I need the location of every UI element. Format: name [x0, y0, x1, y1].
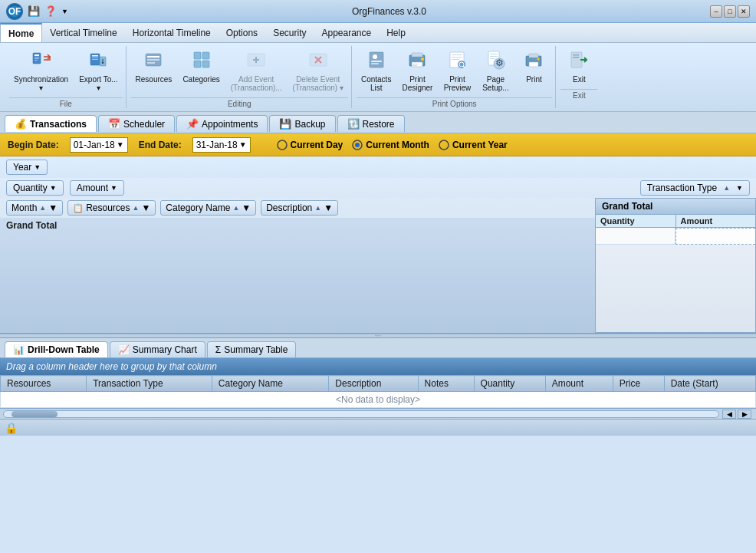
- menu-home[interactable]: Home: [0, 23, 42, 42]
- tab-backup[interactable]: 💾 Backup: [269, 115, 335, 132]
- description-sort-icon: ▲: [314, 204, 321, 212]
- synchronization-button[interactable]: Synchronization▾: [9, 46, 73, 95]
- svg-text:OF: OF: [8, 6, 21, 17]
- begin-date-input[interactable]: 01-Jan-18 ▼: [70, 137, 128, 153]
- summary-amount-cell: [675, 228, 755, 245]
- quick-access-undo[interactable]: 💾: [28, 5, 40, 17]
- export-to-button[interactable]: Export To...▾: [74, 46, 122, 95]
- horizontal-scrollbar[interactable]: ◀ ▶: [0, 408, 756, 419]
- svg-rect-30: [371, 61, 382, 62]
- amount-filter-button[interactable]: Amount ▼: [70, 180, 124, 196]
- resources-column-label: Resources: [86, 202, 130, 213]
- page-setup-button[interactable]: ⚙ PageSetup...: [477, 46, 514, 95]
- resources-column-header[interactable]: 📋 Resources ▲ ▼: [67, 200, 156, 216]
- month-column-header[interactable]: Month ▲ ▼: [6, 200, 63, 216]
- col-header-price[interactable]: Price: [613, 376, 664, 392]
- tab-appointments[interactable]: 📌 Appointments: [176, 115, 268, 132]
- quick-access-help[interactable]: ❓: [44, 5, 57, 17]
- col-header-resources[interactable]: Resources: [1, 376, 87, 392]
- category-name-column-header[interactable]: Category Name ▲ ▼: [160, 200, 256, 216]
- col-header-transaction-type[interactable]: Transaction Type: [87, 376, 212, 392]
- categories-icon: [191, 49, 212, 74]
- print-label: Print: [526, 75, 542, 84]
- restore-tab-icon: 🔃: [347, 118, 360, 130]
- exit-icon: [568, 49, 590, 74]
- nav-tabs: 💰 Transactions 📅 Scheduler 📌 Appointment…: [0, 112, 756, 133]
- grand-total-panel-label: Grand Total: [602, 201, 652, 212]
- print-designer-icon: [406, 49, 428, 74]
- current-month-radio[interactable]: Current Month: [352, 140, 429, 150]
- data-table: Resources Transaction Type Category Name…: [0, 375, 756, 408]
- minimize-button[interactable]: –: [710, 5, 722, 18]
- current-year-radio[interactable]: Current Year: [439, 140, 508, 150]
- print-button[interactable]: Print: [515, 46, 552, 95]
- data-table-container[interactable]: Resources Transaction Type Category Name…: [0, 375, 756, 408]
- begin-date-dropdown-arrow[interactable]: ▼: [117, 140, 124, 149]
- summary-panel-header: Grand Total: [596, 199, 755, 215]
- resize-separator[interactable]: [0, 333, 756, 337]
- tab-drill-down-table[interactable]: 📊 Drill-Down Table: [5, 341, 108, 357]
- quick-access-dropdown[interactable]: ▼: [61, 8, 68, 15]
- col-header-quantity[interactable]: Quantity: [474, 376, 545, 392]
- description-column-header[interactable]: Description ▲ ▼: [261, 200, 338, 216]
- end-date-input[interactable]: 31-Jan-18 ▼: [192, 137, 251, 153]
- title-bar: OF 💾 ❓ ▼ OrgFinances v.3.0 – □ ✕: [0, 0, 756, 23]
- col-header-date-start[interactable]: Date (Start): [664, 376, 755, 392]
- transaction-type-label: Transaction Type: [647, 183, 717, 193]
- delete-event-button[interactable]: Delete Event(Transaction) ▾: [288, 46, 348, 95]
- category-name-column-label: Category Name: [166, 202, 230, 213]
- print-preview-label: PrintPreview: [444, 75, 472, 92]
- close-button[interactable]: ✕: [738, 5, 750, 18]
- print-options-group-label: Print Options: [357, 97, 553, 108]
- summary-amount-header: Amount: [676, 215, 756, 227]
- menu-horizontal-timeline[interactable]: Horizontal Timeline: [125, 23, 219, 42]
- scrollbar-track[interactable]: [3, 410, 719, 418]
- svg-rect-4: [35, 54, 39, 56]
- scrollbar-thumb[interactable]: [12, 411, 58, 417]
- quantity-filter-button[interactable]: Quantity ▼: [6, 180, 64, 196]
- tab-summary-chart[interactable]: 📈 Summary Chart: [110, 341, 205, 357]
- tab-restore[interactable]: 🔃 Restore: [337, 115, 405, 132]
- summary-table-icon: Σ: [215, 344, 221, 355]
- date-radio-group: Current Day Current Month Current Year: [277, 140, 508, 150]
- tab-summary-table[interactable]: Σ Summary Table: [207, 341, 297, 357]
- end-date-dropdown-arrow[interactable]: ▼: [239, 140, 247, 149]
- tab-scheduler[interactable]: 📅 Scheduler: [98, 115, 175, 132]
- print-preview-button[interactable]: PrintPreview: [439, 46, 475, 95]
- col-header-notes[interactable]: Notes: [418, 376, 474, 392]
- maximize-button[interactable]: □: [724, 5, 736, 18]
- app-title: OrgFinances v.3.0: [352, 6, 426, 17]
- scroll-right-button[interactable]: ▶: [738, 410, 751, 419]
- backup-tab-icon: 💾: [279, 118, 291, 130]
- menu-security[interactable]: Security: [265, 23, 314, 42]
- resources-button[interactable]: Resources: [131, 46, 177, 95]
- add-event-button[interactable]: Add Event(Transaction)...: [226, 46, 287, 95]
- summary-data-row: [596, 228, 755, 245]
- columns-header-row: Month ▲ ▼ 📋 Resources ▲ ▼ Category Name …: [0, 198, 595, 218]
- menu-options[interactable]: Options: [219, 23, 265, 42]
- left-data-panel: Month ▲ ▼ 📋 Resources ▲ ▼ Category Name …: [0, 198, 595, 333]
- svg-rect-57: [573, 57, 579, 58]
- col-header-amount[interactable]: Amount: [545, 376, 613, 392]
- bottom-tabs: 📊 Drill-Down Table 📈 Summary Chart Σ Sum…: [0, 338, 756, 358]
- categories-button[interactable]: Categories: [178, 46, 224, 95]
- data-content-split: Month ▲ ▼ 📋 Resources ▲ ▼ Category Name …: [0, 198, 756, 333]
- tab-transactions[interactable]: 💰 Transactions: [5, 115, 97, 132]
- current-year-label: Current Year: [452, 140, 508, 150]
- year-groupby-button[interactable]: Year ▼: [6, 160, 48, 175]
- contacts-list-button[interactable]: ContactsList: [357, 46, 396, 95]
- print-designer-button[interactable]: PrintDesigner: [397, 46, 437, 95]
- scroll-left-button[interactable]: ◀: [722, 410, 736, 419]
- col-header-category-name[interactable]: Category Name: [212, 376, 329, 392]
- menu-vertical-timeline[interactable]: Vertical Timeline: [42, 23, 124, 42]
- col-header-description[interactable]: Description: [329, 376, 418, 392]
- contacts-list-label: ContactsList: [361, 75, 391, 92]
- transaction-type-filter-button[interactable]: Transaction Type ▲ ▼: [640, 180, 750, 196]
- exit-button[interactable]: Exit: [560, 46, 597, 87]
- summary-panel: Grand Total Quantity Amount: [595, 198, 756, 333]
- current-day-radio[interactable]: Current Day: [277, 140, 343, 150]
- exit-group-label: Exit: [560, 89, 597, 100]
- menu-help[interactable]: Help: [379, 23, 413, 42]
- toolbar: Synchronization▾ Export To...▾: [0, 43, 756, 112]
- menu-appearance[interactable]: Appearance: [314, 23, 379, 42]
